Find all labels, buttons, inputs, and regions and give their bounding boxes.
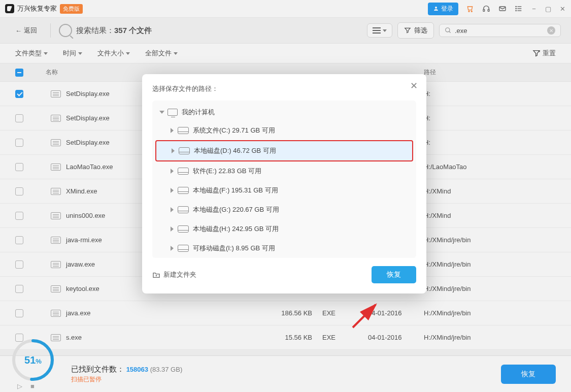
new-folder-button[interactable]: 新建文件夹 [152, 270, 196, 279]
drive-label: 可移动磁盘(I:) 8.95 GB 可用 [193, 244, 275, 253]
drive-icon [179, 147, 190, 154]
chevron-right-icon [171, 246, 174, 251]
tree-root[interactable]: 我的计算机 [155, 104, 413, 121]
drive-icon [178, 245, 189, 252]
chevron-right-icon [171, 226, 174, 232]
drive-icon [178, 127, 189, 134]
modal-recover-button[interactable]: 恢复 [372, 266, 416, 283]
modal-title: 选择保存文件的路径： [152, 84, 416, 93]
drive-item[interactable]: 系统文件(C:) 29.71 GB 可用 [155, 121, 413, 140]
drive-icon [178, 206, 189, 213]
chevron-right-icon [171, 169, 174, 174]
drive-item[interactable]: 本地磁盘(H:) 242.95 GB 可用 [155, 219, 413, 239]
drive-icon [178, 187, 189, 194]
drive-item[interactable]: 软件(E:) 22.83 GB 可用 [155, 161, 413, 181]
chevron-down-icon [159, 111, 164, 114]
drive-label: 本地磁盘(G:) 220.67 GB 可用 [193, 205, 279, 214]
modal-close-button[interactable]: ✕ [410, 80, 419, 89]
tree-root-label: 我的计算机 [182, 108, 215, 117]
chevron-right-icon [172, 148, 175, 153]
folder-plus-icon [152, 271, 160, 278]
drive-icon [178, 168, 189, 175]
save-path-modal: ✕ 选择保存文件的路径： 我的计算机 系统文件(C:) 29.71 GB 可用 … [142, 74, 426, 293]
drive-label: 本地磁盘(D:) 46.72 GB 可用 [194, 146, 276, 155]
chevron-right-icon [171, 128, 174, 133]
drive-icon [178, 225, 189, 233]
drive-label: 软件(E:) 22.83 GB 可用 [193, 167, 261, 176]
drive-item[interactable]: 可移动磁盘(I:) 8.95 GB 可用 [155, 239, 413, 258]
chevron-right-icon [171, 188, 174, 193]
chevron-right-icon [171, 207, 174, 212]
drive-label: 本地磁盘(F:) 195.31 GB 可用 [193, 186, 278, 195]
drive-label: 系统文件(C:) 29.71 GB 可用 [193, 126, 275, 135]
drive-tree: 我的计算机 系统文件(C:) 29.71 GB 可用 本地磁盘(D:) 46.7… [152, 101, 416, 258]
new-folder-label: 新建文件夹 [163, 270, 196, 279]
drive-item[interactable]: 本地磁盘(G:) 220.67 GB 可用 [155, 200, 413, 219]
computer-icon [167, 109, 178, 116]
drive-item[interactable]: 本地磁盘(D:) 46.72 GB 可用 [155, 140, 413, 161]
drive-label: 本地磁盘(H:) 242.95 GB 可用 [193, 224, 279, 234]
drive-item[interactable]: 本地磁盘(F:) 195.31 GB 可用 [155, 181, 413, 200]
